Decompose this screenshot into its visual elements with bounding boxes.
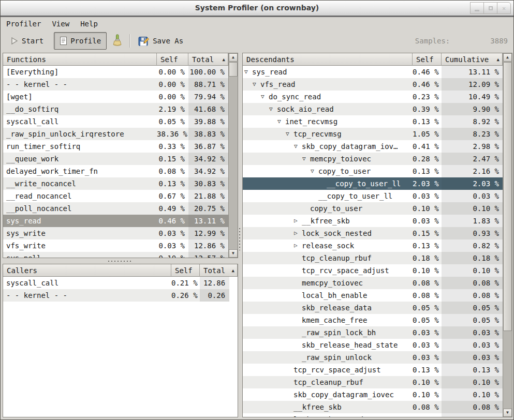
table-row[interactable]: ▷lock_sock_nested0.15 %0.93 % — [243, 227, 503, 239]
horizontal-splitter[interactable] — [108, 260, 133, 263]
table-row[interactable]: sys_poll0.10 %12.57 % — [3, 252, 228, 258]
table-row[interactable]: __queue_work0.15 %34.92 % — [3, 153, 228, 165]
function-name: copy_to_user — [243, 202, 413, 215]
column-header-cumulative[interactable]: Cumulative▲ — [442, 53, 503, 66]
table-row[interactable]: __copy_to_user_ll2.03 %2.03 % — [243, 177, 503, 190]
minimize-button[interactable] — [470, 2, 484, 14]
column-header-total[interactable]: Total▲ — [188, 53, 228, 66]
table-row[interactable]: ▽copy_to_user0.13 %2.16 % — [243, 165, 503, 177]
table-row[interactable]: kmem_cache_free0.05 %0.05 % — [243, 314, 503, 326]
table-row[interactable]: [Everything]0.00 %100.00 % — [3, 66, 228, 78]
table-row[interactable]: delayed_work_timer_fn0.08 %34.92 % — [3, 165, 228, 177]
table-row[interactable]: ▷release_sock0.13 %0.82 % — [243, 239, 503, 252]
clear-button[interactable] — [110, 32, 125, 50]
scroll-up-button[interactable]: ▲ — [229, 53, 238, 62]
table-row[interactable]: ▽vfs_read0.46 %12.09 % — [243, 78, 503, 91]
scroll-down-button[interactable]: ▼ — [229, 249, 238, 258]
table-row[interactable]: - - kernel - -0.26 %0.26 % — [3, 289, 229, 302]
title-bar[interactable]: System Profiler (on crownbay) ✕ — [1, 1, 513, 17]
column-header-total[interactable]: Total▲ — [200, 264, 238, 277]
functions-scrollbar[interactable]: ▲ ▼ — [228, 53, 238, 258]
start-button[interactable]: Start — [7, 32, 47, 50]
table-row[interactable]: memcpy_toiovec0.08 %0.08 % — [243, 277, 503, 289]
table-row[interactable]: syscall_call0.05 %39.88 % — [3, 115, 228, 128]
close-button[interactable]: ✕ — [497, 2, 511, 14]
maximize-button[interactable] — [483, 2, 497, 14]
self-value: 0.13 % — [413, 364, 442, 376]
expander-open-icon[interactable]: ▽ — [302, 153, 310, 165]
column-header-self[interactable]: Self — [171, 264, 200, 277]
expander-open-icon[interactable]: ▽ — [261, 91, 269, 103]
expander-closed-icon[interactable]: ▷ — [294, 227, 302, 239]
expander-open-icon[interactable]: ▽ — [244, 66, 252, 78]
scroll-down-button[interactable]: ▼ — [503, 409, 512, 417]
table-row[interactable]: skb_copy_datagram_iovec0.10 %0.10 % — [243, 388, 503, 401]
table-row[interactable]: ▽memcpy_toiovec0.28 %2.47 % — [243, 153, 503, 165]
scrollbar-thumb[interactable] — [229, 62, 238, 77]
table-row[interactable]: ▽sys_read0.46 %13.11 % — [243, 66, 503, 78]
table-row[interactable]: _raw_spin_unlock0.03 %0.03 % — [243, 351, 503, 364]
table-row[interactable]: lock_sock_nested0.03 %0.03 % — [243, 413, 503, 417]
table-row[interactable]: - - kernel - -0.00 %88.71 % — [3, 78, 228, 91]
column-header-descendants[interactable]: Descendants — [243, 53, 413, 66]
total-value: 39.88 % — [188, 115, 228, 128]
save-as-button[interactable]: Save As — [135, 32, 186, 50]
table-row[interactable]: __write_nocancel0.13 %30.83 % — [3, 177, 228, 190]
column-header-self[interactable]: Self — [413, 53, 442, 66]
table-row[interactable]: tcp_rcv_space_adjust0.13 %0.13 % — [243, 364, 503, 376]
table-row[interactable]: tcp_cleanup_rbuf0.18 %0.18 % — [243, 252, 503, 264]
table-row[interactable]: sys_write0.03 %12.99 % — [3, 227, 228, 239]
column-header-self[interactable]: Self — [157, 53, 188, 66]
sort-ascending-icon: ▲ — [232, 268, 234, 273]
table-row[interactable]: copy_to_user0.10 %0.10 % — [243, 202, 503, 215]
table-row[interactable]: ▽skb_copy_datagram_iov…0.41 %2.98 % — [243, 140, 503, 153]
table-row[interactable]: __poll_nocancel0.49 %20.75 % — [3, 202, 228, 215]
total-value: 8.92 % — [442, 115, 503, 128]
scroll-down-icon: ▼ — [232, 251, 234, 256]
table-row[interactable]: __kfree_skb0.08 %0.08 % — [243, 401, 503, 413]
table-row[interactable]: ▷__kfree_skb0.03 %1.83 % — [243, 215, 503, 227]
descendants-scrollbar[interactable]: ▲ ▼ — [503, 53, 512, 417]
expander-open-icon[interactable]: ▽ — [269, 103, 277, 115]
tree-indent — [244, 196, 311, 197]
table-row[interactable]: ▽do_sync_read0.23 %10.49 % — [243, 91, 503, 103]
scroll-down-icon: ▼ — [506, 410, 509, 415]
maximize-icon — [489, 6, 493, 10]
table-row[interactable]: run_timer_softirq0.33 %36.87 % — [3, 140, 228, 153]
function-name: ▽inet_recvmsg — [243, 115, 413, 128]
total-value: 0.05 % — [442, 314, 503, 326]
expander-open-icon[interactable]: ▽ — [286, 128, 293, 140]
menu-profiler[interactable]: Profiler — [6, 20, 41, 28]
vertical-splitter[interactable] — [239, 228, 241, 250]
table-row[interactable]: tcp_rcv_space_adjust0.10 %0.10 % — [243, 264, 503, 277]
table-row[interactable]: __read_nocancel0.67 %21.88 % — [3, 190, 228, 202]
scrollbar-thumb[interactable] — [503, 62, 512, 331]
expander-open-icon[interactable]: ▽ — [311, 165, 318, 177]
expander-open-icon[interactable]: ▽ — [253, 78, 260, 91]
table-row[interactable]: skb_release_data0.05 %0.05 % — [243, 302, 503, 314]
expander-closed-icon[interactable]: ▷ — [294, 239, 302, 252]
column-header-functions[interactable]: Functions — [3, 53, 157, 66]
expander-open-icon[interactable]: ▽ — [294, 140, 302, 153]
table-row[interactable]: _raw_spin_unlock_irqrestore38.36 %38.83 … — [3, 128, 228, 140]
column-header-callers[interactable]: Callers — [3, 264, 171, 277]
table-row[interactable]: local_bh_enable0.08 %0.08 % — [243, 289, 503, 302]
menu-help[interactable]: Help — [80, 20, 98, 28]
table-row[interactable]: _raw_spin_lock_bh0.03 %0.03 % — [243, 326, 503, 339]
expander-closed-icon[interactable]: ▷ — [294, 215, 302, 227]
expander-open-icon[interactable]: ▽ — [277, 115, 285, 128]
table-row[interactable]: tcp_cleanup_rbuf0.10 %0.10 % — [243, 376, 503, 388]
table-row[interactable]: __copy_to_user_ll0.03 %0.03 % — [243, 190, 503, 202]
table-row[interactable]: [wget]0.00 %79.94 % — [3, 91, 228, 103]
table-row[interactable]: syscall_call0.21 %12.86 % — [3, 277, 229, 289]
table-row[interactable]: ▽inet_recvmsg0.13 %8.92 % — [243, 115, 503, 128]
table-row[interactable]: skb_release_head_state0.03 %0.03 % — [243, 339, 503, 351]
table-row[interactable]: ▽sock_aio_read0.39 %9.90 % — [243, 103, 503, 115]
table-row[interactable]: vfs_write0.03 %12.86 % — [3, 239, 228, 252]
menu-view[interactable]: View — [52, 20, 69, 28]
table-row[interactable]: sys_read0.46 %13.11 % — [3, 215, 228, 227]
scroll-up-button[interactable]: ▲ — [503, 53, 512, 62]
table-row[interactable]: ▽tcp_recvmsg1.05 %8.23 % — [243, 128, 503, 140]
profile-button[interactable]: Profile — [54, 32, 107, 50]
table-row[interactable]: __do_softirq2.19 %41.68 % — [3, 103, 228, 115]
